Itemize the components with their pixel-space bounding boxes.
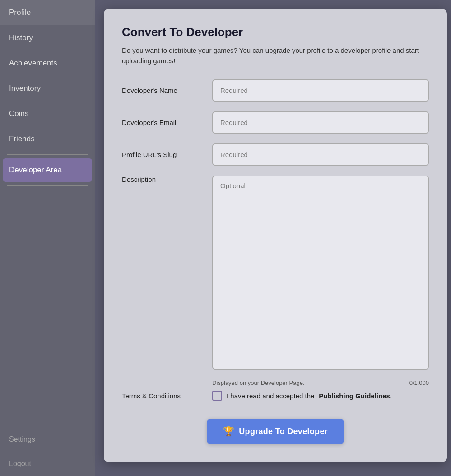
description-row: Description bbox=[122, 176, 429, 370]
textarea-footer: Displayed on your Developer Page. 0/1,00… bbox=[212, 379, 429, 386]
developer-name-input[interactable] bbox=[212, 79, 429, 102]
upgrade-to-developer-button[interactable]: 🏆 Upgrade To Developer bbox=[207, 419, 344, 444]
sidebar-divider-bottom bbox=[7, 185, 88, 186]
sidebar-item-coins[interactable]: Coins bbox=[0, 101, 95, 126]
sidebar-item-inventory[interactable]: Inventory bbox=[0, 76, 95, 101]
upgrade-button-label: Upgrade To Developer bbox=[239, 427, 328, 436]
profile-url-row: Profile URL's Slug bbox=[122, 143, 429, 166]
textarea-hint: Displayed on your Developer Page. bbox=[212, 379, 305, 386]
sidebar-item-history[interactable]: History bbox=[0, 25, 95, 51]
developer-email-row: Developer's Email bbox=[122, 111, 429, 134]
terms-checkbox[interactable] bbox=[212, 391, 222, 401]
developer-email-input[interactable] bbox=[212, 111, 429, 134]
terms-content: I have read and accepted the Publishing … bbox=[212, 391, 392, 401]
convert-to-developer-card: Convert To Developer Do you want to dist… bbox=[104, 9, 447, 462]
sidebar-item-profile[interactable]: Profile bbox=[0, 0, 95, 25]
sidebar-divider-top bbox=[7, 154, 88, 155]
trophy-icon: 🏆 bbox=[223, 426, 234, 437]
sidebar-item-settings[interactable]: Settings bbox=[0, 427, 95, 452]
description-textarea[interactable] bbox=[212, 176, 429, 370]
developer-name-label: Developer's Name bbox=[122, 87, 212, 94]
main-content: Convert To Developer Do you want to dist… bbox=[95, 0, 451, 476]
developer-email-label: Developer's Email bbox=[122, 119, 212, 126]
terms-label: Terms & Conditions bbox=[122, 392, 212, 400]
sidebar-item-developer-area[interactable]: Developer Area bbox=[3, 158, 92, 182]
terms-text: I have read and accepted the bbox=[227, 392, 314, 400]
description-label: Description bbox=[122, 176, 212, 183]
profile-url-input[interactable] bbox=[212, 143, 429, 166]
modal-description: Do you want to distribute your games? Yo… bbox=[122, 46, 429, 66]
terms-row: Terms & Conditions I have read and accep… bbox=[122, 391, 429, 401]
button-row: 🏆 Upgrade To Developer bbox=[122, 414, 429, 444]
sidebar-item-friends[interactable]: Friends bbox=[0, 126, 95, 152]
sidebar: Profile History Achievements Inventory C… bbox=[0, 0, 95, 476]
developer-name-row: Developer's Name bbox=[122, 79, 429, 102]
modal-title: Convert To Developer bbox=[122, 25, 429, 39]
sidebar-item-achievements[interactable]: Achievements bbox=[0, 51, 95, 76]
profile-url-label: Profile URL's Slug bbox=[122, 151, 212, 158]
publishing-guidelines-link[interactable]: Publishing Guidelines. bbox=[319, 392, 392, 400]
textarea-counter: 0/1,000 bbox=[409, 379, 429, 386]
sidebar-item-logout[interactable]: Logout bbox=[0, 452, 95, 476]
